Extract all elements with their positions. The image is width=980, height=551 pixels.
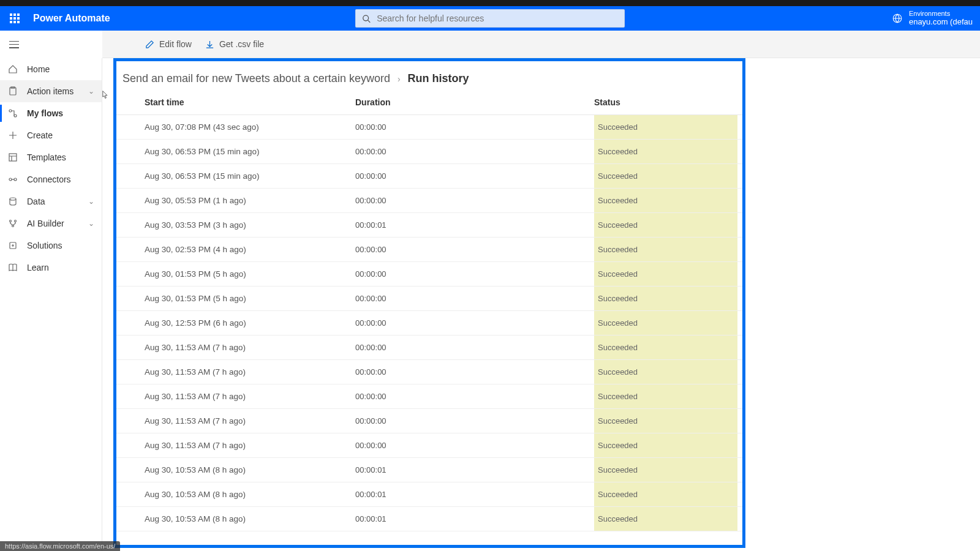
cell-duration: 00:00:00 xyxy=(355,367,594,377)
sidebar-item-home[interactable]: Home xyxy=(0,58,102,80)
table-row[interactable]: Aug 30, 03:53 PM (3 h ago)00:00:01Succee… xyxy=(116,213,742,238)
table-row[interactable]: Aug 30, 11:53 AM (7 h ago)00:00:00Succee… xyxy=(116,335,742,360)
cell-start-time[interactable]: Aug 30, 02:53 PM (4 h ago) xyxy=(116,245,355,254)
cell-start-time[interactable]: Aug 30, 07:08 PM (43 sec ago) xyxy=(116,122,355,132)
table-row[interactable]: Aug 30, 06:53 PM (15 min ago)00:00:00Suc… xyxy=(116,164,742,189)
col-header-start[interactable]: Start time xyxy=(116,97,355,107)
connectors-icon xyxy=(7,174,18,185)
cell-duration: 00:00:00 xyxy=(355,318,594,328)
table-row[interactable]: Aug 30, 11:53 AM (7 h ago)00:00:00Succee… xyxy=(116,433,742,458)
sidebar-item-data[interactable]: Data ⌄ xyxy=(0,190,102,212)
breadcrumb-flow-link[interactable]: Send an email for new Tweets about a cer… xyxy=(123,72,390,85)
cell-status: Succeeded xyxy=(594,287,737,310)
cell-start-time[interactable]: Aug 30, 11:53 AM (7 h ago) xyxy=(116,441,355,450)
cell-duration: 00:00:00 xyxy=(355,416,594,425)
clipboard-icon xyxy=(7,86,18,97)
cell-duration: 00:00:00 xyxy=(355,171,594,181)
cell-start-time[interactable]: Aug 30, 06:53 PM (15 min ago) xyxy=(116,147,355,156)
cell-start-time[interactable]: Aug 30, 05:53 PM (1 h ago) xyxy=(116,196,355,205)
table-row[interactable]: Aug 30, 10:53 AM (8 h ago)00:00:01Succee… xyxy=(116,482,742,507)
search-input[interactable] xyxy=(377,13,618,23)
sidebar-item-label: Solutions xyxy=(27,241,94,250)
col-header-duration[interactable]: Duration xyxy=(355,97,594,107)
table-row[interactable]: Aug 30, 06:53 PM (15 min ago)00:00:00Suc… xyxy=(116,140,742,164)
sidebar-item-label: Action items xyxy=(27,86,88,96)
cell-status: Succeeded xyxy=(594,482,737,506)
chevron-right-icon: › xyxy=(398,74,401,84)
main-content: Send an email for new Tweets about a cer… xyxy=(113,58,962,551)
sidebar-item-my-flows[interactable]: My flows xyxy=(0,102,102,124)
data-icon xyxy=(7,196,18,207)
environment-picker[interactable]: Environments enayu.com (defau xyxy=(892,10,975,27)
collapse-nav-button[interactable] xyxy=(0,31,28,58)
cell-status: Succeeded xyxy=(594,360,737,384)
cell-start-time[interactable]: Aug 30, 01:53 PM (5 h ago) xyxy=(116,269,355,279)
svg-point-8 xyxy=(9,178,12,181)
cell-start-time[interactable]: Aug 30, 11:53 AM (7 h ago) xyxy=(116,392,355,401)
cell-start-time[interactable]: Aug 30, 06:53 PM (15 min ago) xyxy=(116,171,355,181)
cell-start-time[interactable]: Aug 30, 11:53 AM (7 h ago) xyxy=(116,416,355,425)
book-icon xyxy=(7,262,18,273)
cell-start-time[interactable]: Aug 30, 10:53 AM (8 h ago) xyxy=(116,490,355,499)
app-header: Power Automate Environments enayu.com (d… xyxy=(0,6,980,31)
sidebar-item-templates[interactable]: Templates xyxy=(0,146,102,168)
sidebar-item-create[interactable]: Create xyxy=(0,124,102,146)
cell-start-time[interactable]: Aug 30, 11:53 AM (7 h ago) xyxy=(116,367,355,377)
cell-duration: 00:00:00 xyxy=(355,269,594,279)
edit-flow-label: Edit flow xyxy=(159,39,192,49)
solutions-icon xyxy=(7,240,18,251)
sidebar-item-learn[interactable]: Learn xyxy=(0,257,102,279)
cell-start-time[interactable]: Aug 30, 01:53 PM (5 h ago) xyxy=(116,294,355,303)
sidebar-item-ai-builder[interactable]: AI Builder ⌄ xyxy=(0,212,102,234)
get-csv-button[interactable]: Get .csv file xyxy=(205,39,264,49)
table-row[interactable]: Aug 30, 10:53 AM (8 h ago)00:00:01Succee… xyxy=(116,458,742,482)
brand-title[interactable]: Power Automate xyxy=(33,13,110,24)
table-row[interactable]: Aug 30, 07:08 PM (43 sec ago)00:00:00Suc… xyxy=(116,115,742,140)
sidebar-item-label: Home xyxy=(27,64,94,74)
cell-duration: 00:00:00 xyxy=(355,122,594,132)
edit-flow-button[interactable]: Edit flow xyxy=(145,39,192,49)
table-row[interactable]: Aug 30, 11:53 AM (7 h ago)00:00:00Succee… xyxy=(116,360,742,384)
search-box[interactable] xyxy=(355,9,625,28)
table-row[interactable]: Aug 30, 12:53 PM (6 h ago)00:00:00Succee… xyxy=(116,311,742,335)
cell-duration: 00:00:00 xyxy=(355,147,594,156)
environment-name: enayu.com (defau xyxy=(909,17,973,27)
sidebar-item-label: Connectors xyxy=(27,174,94,184)
sidebar-item-solutions[interactable]: Solutions xyxy=(0,234,102,257)
download-icon xyxy=(205,40,214,49)
cell-duration: 00:00:01 xyxy=(355,465,594,474)
app-launcher-icon[interactable] xyxy=(5,9,24,28)
cell-start-time[interactable]: Aug 30, 12:53 PM (6 h ago) xyxy=(116,318,355,328)
cell-start-time[interactable]: Aug 30, 03:53 PM (3 h ago) xyxy=(116,220,355,230)
svg-rect-7 xyxy=(9,154,17,161)
cell-start-time[interactable]: Aug 30, 11:53 AM (7 h ago) xyxy=(116,343,355,352)
cell-status: Succeeded xyxy=(594,458,737,482)
status-bar-url: https://asia.flow.microsoft.com/en-us/ xyxy=(0,541,120,551)
table-row[interactable]: Aug 30, 02:53 PM (4 h ago)00:00:00Succee… xyxy=(116,238,742,262)
table-row[interactable]: Aug 30, 11:53 AM (7 h ago)00:00:00Succee… xyxy=(116,384,742,409)
breadcrumb: Send an email for new Tweets about a cer… xyxy=(116,61,742,97)
table-row[interactable]: Aug 30, 01:53 PM (5 h ago)00:00:00Succee… xyxy=(116,287,742,311)
cell-duration: 00:00:01 xyxy=(355,514,594,523)
cell-start-time[interactable]: Aug 30, 10:53 AM (8 h ago) xyxy=(116,465,355,474)
sidebar-item-label: My flows xyxy=(27,108,94,118)
col-header-status[interactable]: Status xyxy=(594,97,742,107)
cell-duration: 00:00:00 xyxy=(355,343,594,352)
table-row[interactable]: Aug 30, 01:53 PM (5 h ago)00:00:00Succee… xyxy=(116,262,742,287)
sidebar-item-connectors[interactable]: Connectors xyxy=(0,168,102,190)
cell-start-time[interactable]: Aug 30, 10:53 AM (8 h ago) xyxy=(116,514,355,523)
svg-line-1 xyxy=(368,20,371,23)
cell-duration: 00:00:01 xyxy=(355,490,594,499)
cell-status: Succeeded xyxy=(594,115,737,139)
table-row[interactable]: Aug 30, 11:53 AM (7 h ago)00:00:00Succee… xyxy=(116,409,742,433)
environment-label: Environments xyxy=(909,10,973,17)
cell-status: Succeeded xyxy=(594,409,737,433)
sidebar-item-label: Templates xyxy=(27,152,94,162)
table-row[interactable]: Aug 30, 05:53 PM (1 h ago)00:00:00Succee… xyxy=(116,189,742,213)
chevron-down-icon: ⌄ xyxy=(88,87,94,96)
sidebar-item-action-items[interactable]: Action items ⌄ xyxy=(0,80,102,102)
svg-rect-3 xyxy=(10,88,16,95)
table-row[interactable]: Aug 30, 10:53 AM (8 h ago)00:00:01Succee… xyxy=(116,507,742,531)
home-icon xyxy=(7,64,18,75)
cell-duration: 00:00:00 xyxy=(355,392,594,401)
